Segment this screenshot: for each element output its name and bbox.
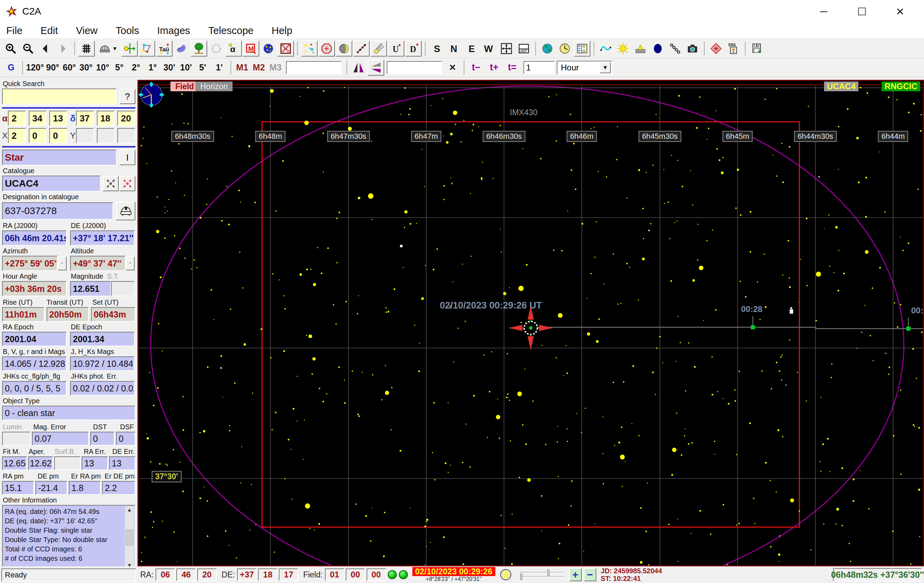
time-unit-dropdown-icon[interactable]: ▼ bbox=[600, 62, 611, 73]
milky-way-button[interactable] bbox=[173, 41, 190, 56]
solar-system-button[interactable] bbox=[318, 41, 335, 56]
delta-s-input[interactable]: 20 bbox=[117, 111, 135, 126]
slider-handle-2[interactable] bbox=[520, 574, 522, 580]
tab-field[interactable]: Field bbox=[170, 82, 199, 91]
fov-circle-button[interactable] bbox=[208, 41, 224, 56]
search-input[interactable] bbox=[286, 61, 342, 74]
zoom-out-button[interactable] bbox=[20, 41, 36, 56]
below-horizon-button[interactable] bbox=[515, 41, 532, 56]
quick-search-input[interactable] bbox=[2, 89, 117, 104]
scroll-thumb[interactable] bbox=[125, 530, 133, 545]
fov-120-button[interactable]: 120° bbox=[26, 60, 44, 75]
zoom-in-button[interactable] bbox=[2, 41, 19, 56]
flip-horizontal-button[interactable] bbox=[350, 60, 367, 76]
scroll-up-icon[interactable]: ▲ bbox=[127, 506, 132, 513]
object-input[interactable] bbox=[387, 61, 442, 74]
time-backward-button[interactable]: − bbox=[584, 568, 596, 581]
earth-map-button[interactable] bbox=[539, 41, 556, 56]
alpha-s-input[interactable]: 13 bbox=[49, 111, 67, 126]
x1-input[interactable]: 2 bbox=[8, 128, 26, 143]
alpha-m-input[interactable]: 34 bbox=[29, 111, 47, 126]
deep-sky-catalog-button[interactable] bbox=[260, 41, 277, 56]
de-s-box[interactable]: 17 bbox=[279, 568, 298, 581]
scroll-down-icon[interactable]: ▼ bbox=[127, 562, 132, 567]
menu-view[interactable]: View bbox=[76, 25, 97, 36]
flip-vertical-button[interactable] bbox=[368, 60, 384, 76]
general-view-button[interactable]: G bbox=[3, 60, 19, 75]
field-s-box[interactable]: 00 bbox=[366, 568, 386, 581]
slider-handle-1[interactable] bbox=[548, 570, 549, 576]
field-d-box[interactable]: 01 bbox=[325, 568, 344, 581]
side-panels-button[interactable] bbox=[574, 41, 591, 56]
close-button[interactable]: ✕ bbox=[892, 5, 908, 18]
ra-s-box[interactable]: 20 bbox=[197, 568, 216, 581]
grid-button[interactable] bbox=[78, 41, 95, 56]
menu-edit[interactable]: Edit bbox=[41, 25, 58, 36]
time-forward-button[interactable]: + bbox=[569, 568, 582, 581]
camera-button[interactable] bbox=[684, 41, 701, 56]
y2-input[interactable] bbox=[97, 128, 115, 143]
de-m-box[interactable]: 18 bbox=[258, 568, 277, 581]
messier-catalog-button[interactable]: M bbox=[243, 41, 259, 56]
pan-view-button[interactable] bbox=[498, 41, 515, 56]
asteroids-button[interactable] bbox=[353, 41, 370, 56]
azimuth-option-button[interactable]: . bbox=[58, 257, 67, 270]
dome-button[interactable]: ▼ bbox=[96, 41, 120, 56]
alpha-h-input[interactable]: 2 bbox=[8, 111, 26, 126]
dome-dropdown-arrow-icon[interactable]: ▼ bbox=[112, 46, 118, 51]
help-button[interactable]: ? bbox=[119, 89, 135, 104]
marker-m1-button[interactable]: M1 bbox=[234, 60, 250, 75]
fov-10m-button[interactable]: 10' bbox=[178, 60, 194, 75]
designation-field[interactable]: 637-037278 bbox=[2, 202, 113, 220]
slider-track-1[interactable] bbox=[520, 572, 565, 573]
field-m-box[interactable]: 00 bbox=[346, 568, 365, 581]
menu-images[interactable]: Images bbox=[157, 25, 190, 36]
twilight-button[interactable] bbox=[632, 41, 649, 56]
ccd-frame-button[interactable] bbox=[708, 41, 724, 56]
sine-wave-button[interactable] bbox=[597, 41, 614, 56]
back-button[interactable] bbox=[37, 41, 54, 56]
y1-input[interactable] bbox=[76, 128, 94, 143]
fov-5m-button[interactable]: 5' bbox=[195, 60, 211, 75]
clock-button[interactable] bbox=[556, 41, 573, 56]
fov-1-button[interactable]: 1° bbox=[145, 60, 161, 75]
goto-telescope-button[interactable] bbox=[116, 202, 135, 221]
pin-object-button[interactable]: I bbox=[119, 150, 135, 165]
marker-m3-button[interactable]: M3 bbox=[267, 60, 284, 75]
fov-90-button[interactable]: 90° bbox=[45, 60, 61, 75]
greek-letters-button[interactable]: α bbox=[225, 41, 242, 56]
fov-10-button[interactable]: 10° bbox=[95, 60, 111, 75]
menu-tools[interactable]: Tools bbox=[116, 25, 139, 36]
fov-60-button[interactable]: 60° bbox=[61, 60, 78, 75]
menu-help[interactable]: Help bbox=[271, 25, 292, 36]
time-plus-button[interactable]: t+ bbox=[485, 62, 503, 73]
cardinal-south-button[interactable]: S bbox=[429, 41, 446, 56]
info-scrollbar[interactable]: ▲ ▼ bbox=[125, 506, 134, 567]
comets-button[interactable] bbox=[370, 41, 387, 56]
menu-telescope[interactable]: Telescope bbox=[208, 25, 254, 36]
moon-phase-button[interactable] bbox=[336, 41, 352, 56]
sun-button[interactable] bbox=[615, 41, 631, 56]
minimize-button[interactable]: ─ bbox=[816, 5, 832, 18]
sky-chart[interactable]: Field Horizon UCAC4 RNGCIC 6h48m30s 6h48… bbox=[137, 80, 924, 567]
x3-input[interactable]: 0 bbox=[49, 128, 67, 143]
x2-input[interactable]: 0 bbox=[29, 128, 47, 143]
time-unit-select[interactable]: Hour ▼ bbox=[557, 61, 612, 75]
de-d-box[interactable]: +37 bbox=[237, 568, 257, 581]
cardinal-west-button[interactable]: W bbox=[481, 41, 497, 56]
center-target-button[interactable] bbox=[121, 41, 138, 56]
previous-catalog-button[interactable] bbox=[103, 176, 119, 191]
menu-file[interactable]: File bbox=[6, 25, 23, 36]
cardinal-north-button[interactable]: N bbox=[446, 41, 463, 56]
time-step-input[interactable]: 1 bbox=[523, 61, 555, 74]
dwarf-planets-button[interactable]: D bbox=[405, 41, 422, 56]
time-sliders[interactable] bbox=[520, 569, 565, 580]
uranus-button[interactable]: U bbox=[388, 41, 404, 56]
dotted-chain-button[interactable] bbox=[667, 41, 683, 56]
horizon-tree-button[interactable] bbox=[191, 41, 207, 56]
catalog-crosses-button[interactable] bbox=[277, 41, 294, 56]
maximize-button[interactable]: ☐ bbox=[854, 5, 870, 18]
night-mode-button[interactable] bbox=[649, 41, 666, 56]
dss-button[interactable]: DSS bbox=[725, 41, 742, 56]
clear-search-button[interactable]: ✕ bbox=[445, 60, 460, 75]
